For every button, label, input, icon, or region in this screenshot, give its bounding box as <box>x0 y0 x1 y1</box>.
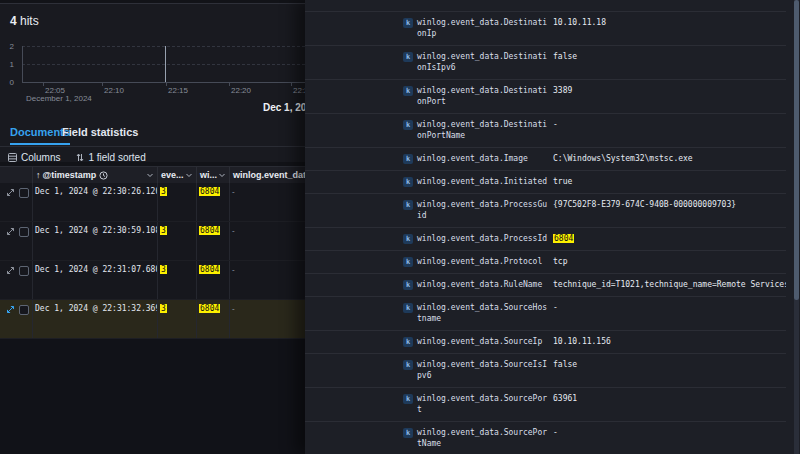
keyword-field-icon: k <box>403 154 413 164</box>
x-tick-label: 22:15 <box>168 86 188 95</box>
row-checkbox[interactable] <box>19 188 29 198</box>
field-row[interactable]: kwinlog.event_data.DestinationIp 10.10.1… <box>305 11 786 45</box>
field-name[interactable]: winlog.event_data.SourcePortName <box>417 427 549 449</box>
table-row[interactable]: Dec 1, 2024 @ 22:31:07.680 3 6804 - <box>0 261 305 300</box>
header-controls-cell <box>0 167 33 183</box>
field-name[interactable]: winlog.event_data.Protocol <box>417 256 549 267</box>
keyword-field-icon: k <box>403 234 413 244</box>
hits-label: hits <box>20 14 39 28</box>
header-event-code[interactable]: eve... <box>158 167 197 183</box>
field-name[interactable]: winlog.event_data.SourceHostname <box>417 302 549 324</box>
highlighted-value: 6804 <box>199 304 220 313</box>
process-id-cell: 6804 <box>197 183 230 221</box>
field-row[interactable]: kwinlog.event_data.SourcePort 63961 <box>305 387 786 421</box>
keyword-field-icon: k <box>403 52 413 62</box>
highlighted-value: 3 <box>160 226 167 235</box>
hits-histogram[interactable]: 2 1 0 22:05 22:10 22:15 22:20 22:25 Dece… <box>0 31 305 106</box>
chevron-down-icon[interactable] <box>146 171 154 179</box>
timestamp-cell: Dec 1, 2024 @ 22:30:59.108 <box>33 222 158 260</box>
event-code-cell: 3 <box>158 261 197 299</box>
field-row[interactable]: kwinlog.event_data.Image C:\Windows\Syst… <box>305 147 786 170</box>
field-name[interactable]: winlog.event_data.ProcessGuid <box>417 199 549 221</box>
sort-asc-arrow: ↑ <box>36 170 41 180</box>
x-axis-date-label: December 1, 2024 <box>26 94 92 103</box>
field-row[interactable]: kwinlog.event_data.DestinationIsIpv6 fal… <box>305 45 786 79</box>
event-data-column-label: winlog.event_dat <box>233 170 305 180</box>
scrollbar-thumb[interactable] <box>794 0 799 300</box>
field-row[interactable]: kwinlog.event_data.SourceHostname - <box>305 296 786 330</box>
timestamp-cell: Dec 1, 2024 @ 22:30:26.120 <box>33 183 158 221</box>
event-data-cell: - <box>230 222 305 260</box>
view-tabs: Documents Field statistics <box>0 124 305 146</box>
expand-document-icon[interactable] <box>6 266 15 299</box>
field-name[interactable]: winlog.event_data.RuleName <box>417 279 549 290</box>
field-name[interactable]: winlog.event_data.DestinationIsIpv6 <box>417 51 549 73</box>
left-pane: 4 hits 2 1 0 22:05 22:10 22:15 22:20 22:… <box>0 0 305 454</box>
x-tick-label: 22:25 <box>293 86 305 95</box>
field-row[interactable]: kwinlog.event_data.Protocol tcp <box>305 250 786 273</box>
keyword-field-icon: k <box>403 86 413 96</box>
field-name[interactable]: winlog.event_data.SourcePort <box>417 393 549 415</box>
keyword-field-icon: k <box>403 337 413 347</box>
field-name[interactable]: winlog.event_data.DestinationPortName <box>417 119 549 141</box>
field-row[interactable]: kwinlog.event_data.SourcePortName - <box>305 421 786 454</box>
field-row[interactable]: kwinlog.event_data.RuleName technique_id… <box>305 273 786 296</box>
field-row[interactable]: kwinlog.event_data.SourceIsIpv6 false <box>305 353 786 387</box>
field-value: {97C502F8-E379-674C-940B-000000009703} <box>550 199 786 210</box>
sorted-fields-button[interactable]: 1 field sorted <box>76 152 145 163</box>
chevron-down-icon[interactable] <box>185 171 193 179</box>
table-row[interactable]: Dec 1, 2024 @ 22:30:26.120 3 6804 - <box>0 183 305 222</box>
y-tick-0: 0 <box>0 78 14 87</box>
tab-documents[interactable]: Documents <box>10 126 70 145</box>
row-checkbox[interactable] <box>19 305 29 315</box>
field-value: false <box>550 51 786 62</box>
field-row[interactable]: kwinlog.event_data.Initiated true <box>305 170 786 193</box>
field-row[interactable]: kwinlog.event_data.SourceIp 10.10.11.156 <box>305 330 786 353</box>
expand-document-icon[interactable] <box>6 188 15 221</box>
event-code-cell: 3 <box>158 222 197 260</box>
row-checkbox[interactable] <box>19 266 29 276</box>
process-id-cell: 6804 <box>197 300 230 338</box>
process-column-label: wi... <box>200 170 217 180</box>
field-value: 63961 <box>550 393 786 404</box>
field-row[interactable]: kwinlog.event_data.ProcessId 6804 <box>305 227 786 250</box>
field-value: C:\Windows\System32\mstsc.exe <box>550 153 786 164</box>
chart-marker-line <box>165 46 166 82</box>
field-value: technique_id=T1021,technique_name=Remote… <box>550 279 786 290</box>
field-name[interactable]: winlog.event_data.ProcessId <box>417 233 549 244</box>
field-name[interactable]: winlog.event_data.Image <box>417 153 549 164</box>
expand-document-icon[interactable] <box>6 227 15 260</box>
field-row[interactable]: kwinlog.event_data.ProcessGuid {97C502F8… <box>305 193 786 227</box>
row-checkbox[interactable] <box>19 227 29 237</box>
field-name[interactable]: winlog.event_data.DestinationIp <box>417 17 549 39</box>
table-toolbar: Columns 1 field sorted <box>0 148 305 166</box>
keyword-field-icon: k <box>403 177 413 187</box>
field-name[interactable]: winlog.event_data.SourceIsIpv6 <box>417 359 549 381</box>
y-axis <box>22 46 23 82</box>
gridline-2 <box>22 46 305 47</box>
event-code-cell: 3 <box>158 183 197 221</box>
x-tick-label: 22:20 <box>231 86 251 95</box>
table-row[interactable]: Dec 1, 2024 @ 22:30:59.108 3 6804 - <box>0 222 305 261</box>
timestamp-cell: Dec 1, 2024 @ 22:31:32.369 <box>33 300 158 338</box>
field-name[interactable]: winlog.event_data.SourceIp <box>417 336 549 347</box>
header-event-data[interactable]: winlog.event_dat <box>230 167 305 183</box>
header-timestamp[interactable]: ↑ @timestamp <box>33 167 158 183</box>
keyword-field-icon: k <box>403 280 413 290</box>
field-name[interactable]: winlog.event_data.Initiated <box>417 176 549 187</box>
header-process-id[interactable]: wi... <box>197 167 230 183</box>
chevron-down-icon[interactable] <box>218 171 226 179</box>
columns-label: Columns <box>21 152 60 163</box>
tab-field-statistics[interactable]: Field statistics <box>62 126 138 138</box>
columns-button[interactable]: Columns <box>8 152 60 163</box>
x-tick-label: 22:10 <box>104 86 124 95</box>
field-row[interactable]: kwinlog.event_data.DestinationPort 3389 <box>305 79 786 113</box>
field-name[interactable]: winlog.event_data.DestinationPort <box>417 85 549 107</box>
collapse-document-icon[interactable] <box>6 305 15 338</box>
table-row-selected[interactable]: Dec 1, 2024 @ 22:31:32.369 3 6804 - <box>0 300 305 339</box>
flyout-scrollbar[interactable] <box>794 0 799 454</box>
keyword-field-icon: k <box>403 200 413 210</box>
field-row[interactable]: kwinlog.event_data.DestinationPortName - <box>305 113 786 147</box>
field-value: tcp <box>550 256 786 267</box>
keyword-field-icon: k <box>403 18 413 28</box>
